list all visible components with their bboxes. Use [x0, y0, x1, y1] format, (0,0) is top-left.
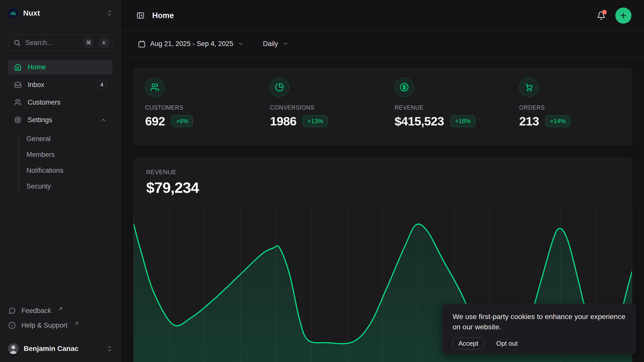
user-menu[interactable]: Benjamin Canac: [8, 340, 112, 357]
home-icon: [14, 63, 22, 71]
opt-out-button[interactable]: Opt out: [495, 339, 519, 348]
revenue-panel-label: REVENUE: [146, 169, 619, 176]
info-icon: [8, 322, 16, 329]
cookie-message: We use first-party cookies to enhance yo…: [453, 311, 626, 332]
footer-item-label: Feedback: [21, 307, 51, 315]
sidebar-item-settings[interactable]: Settings: [8, 113, 112, 127]
stat-delta-badge: +18%: [451, 115, 475, 127]
search-placeholder: Search...: [25, 39, 79, 47]
search-input[interactable]: Search... ⌘ K: [8, 35, 112, 51]
granularity-value: Daily: [263, 40, 278, 48]
stat-value: $415,523: [395, 114, 444, 128]
revenue-panel-head: REVENUE $79,234: [134, 158, 632, 196]
stat-delta-badge: +6%: [172, 115, 193, 127]
calendar-icon: [138, 40, 146, 48]
stat-value: 213: [519, 114, 539, 128]
settings-subnav: General Members Notifications Security: [18, 132, 112, 193]
sidebar-nav: Home Inbox 4 C: [8, 60, 112, 193]
date-range-picker[interactable]: Aug 21, 2025 - Sep 4, 2025: [136, 40, 245, 48]
stat-label: CONVERSIONS: [270, 104, 371, 111]
stat-card-revenue[interactable]: REVENUE $415,523 +18%: [383, 68, 507, 145]
sidebar-divider: [0, 337, 120, 337]
dollar-circle-icon: [395, 78, 414, 97]
users-icon: [14, 99, 22, 106]
stat-card-orders[interactable]: ORDERS 213 +14%: [507, 68, 632, 145]
kbd-k: K: [100, 38, 109, 48]
chevron-down-icon: [283, 41, 289, 47]
chevron-up-icon: [100, 117, 106, 123]
sidebar-collapse-icon[interactable]: [136, 11, 145, 20]
stat-label: REVENUE: [395, 104, 496, 111]
footer-item-label: Help & Support: [21, 322, 67, 329]
sidebar-item-inbox[interactable]: Inbox 4: [8, 77, 112, 92]
sidebar-item-security[interactable]: Security: [26, 179, 112, 193]
stat-card-customers[interactable]: CUSTOMERS 692 +6%: [134, 68, 258, 145]
notification-dot: [602, 10, 607, 15]
users-icon: [145, 78, 164, 97]
stats-row: CUSTOMERS 692 +6% CONVERSIONS 1986: [133, 68, 632, 145]
sidebar-item-label: Home: [28, 63, 46, 71]
inbox-icon: [14, 81, 22, 88]
chevron-updown-icon: [106, 10, 112, 16]
workspace-name: Nuxt: [23, 9, 40, 17]
stat-value: 1986: [270, 114, 296, 128]
sidebar-item-label: Inbox: [28, 81, 44, 89]
plus-icon: [619, 12, 627, 20]
date-range-value: Aug 21, 2025 - Sep 4, 2025: [150, 40, 233, 48]
sidebar-spacer: [8, 193, 112, 303]
sidebar-item-customers[interactable]: Customers: [8, 95, 112, 110]
sidebar: Nuxt Search... ⌘ K: [0, 0, 121, 362]
stat-value: 692: [145, 114, 165, 128]
stat-delta-badge: +14%: [546, 115, 570, 127]
gear-icon: [14, 116, 22, 124]
nuxt-logo-icon: [8, 8, 18, 18]
chevron-down-icon: [238, 41, 244, 47]
sidebar-item-home[interactable]: Home: [8, 60, 112, 74]
sidebar-item-general[interactable]: General: [26, 132, 112, 146]
cookie-actions: Accept Opt out: [453, 338, 626, 349]
sidebar-item-feedback[interactable]: Feedback: [8, 303, 112, 318]
sidebar-item-help-support[interactable]: Help & Support: [8, 318, 112, 333]
external-link-icon: [58, 307, 62, 311]
header-actions: [597, 8, 631, 24]
app-root: Nuxt Search... ⌘ K: [0, 0, 644, 362]
avatar: [8, 343, 19, 354]
pie-chart-icon: [270, 78, 289, 97]
sidebar-item-label: Customers: [28, 99, 61, 106]
user-name: Benjamin Canac: [24, 345, 78, 353]
search-icon: [13, 39, 21, 47]
stat-card-conversions[interactable]: CONVERSIONS 1986 +13%: [258, 68, 383, 145]
chat-bubble-icon: [8, 307, 16, 314]
stat-label: CUSTOMERS: [145, 104, 247, 111]
workspace-switcher[interactable]: Nuxt: [8, 7, 112, 20]
accept-button[interactable]: Accept: [453, 338, 484, 349]
sidebar-item-label: Settings: [28, 116, 52, 124]
sidebar-item-members[interactable]: Members: [26, 148, 112, 162]
cookie-consent-toast: We use first-party cookies to enhance yo…: [442, 304, 636, 354]
notifications-button[interactable]: [597, 11, 606, 20]
sidebar-item-notifications[interactable]: Notifications: [26, 163, 112, 177]
granularity-select[interactable]: Daily: [261, 40, 290, 48]
stat-label: ORDERS: [519, 104, 620, 111]
stat-delta-badge: +13%: [303, 115, 328, 127]
chevron-updown-icon: [106, 345, 112, 352]
inbox-count-badge: 4: [97, 80, 106, 89]
page-title: Home: [152, 11, 174, 20]
revenue-panel-value: $79,234: [146, 179, 619, 196]
kbd-cmd: ⌘: [84, 38, 94, 48]
page-header: Home: [121, 0, 644, 31]
external-link-icon: [74, 322, 78, 326]
shopping-cart-icon: [519, 78, 538, 97]
filters-toolbar: Aug 21, 2025 - Sep 4, 2025 Daily: [121, 31, 644, 57]
add-button[interactable]: [615, 8, 631, 24]
